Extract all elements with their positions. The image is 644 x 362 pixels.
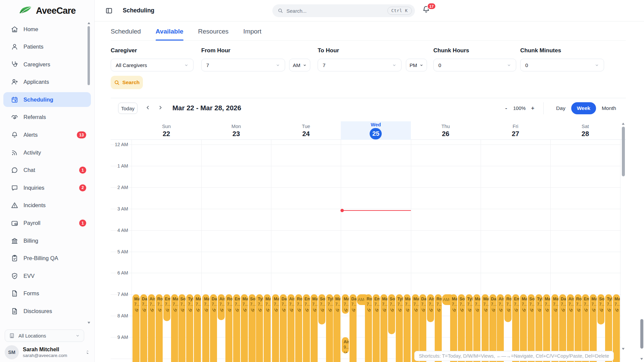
availability-block[interactable]: Ais7...: [148, 294, 155, 362]
tab-import[interactable]: Import: [243, 25, 261, 40]
availability-block[interactable]: Ro7...: [365, 294, 372, 362]
today-button[interactable]: Today: [118, 103, 138, 114]
availability-block[interactable]: Da7...: [140, 294, 147, 362]
availability-block[interactable]: Ro7...: [504, 294, 512, 322]
availability-block[interactable]: Em7...: [233, 294, 240, 362]
sidebar-item-payroll[interactable]: Payroll1: [3, 216, 91, 231]
availability-block[interactable]: Ma7...: [613, 294, 620, 362]
availability-block[interactable]: Ma7...: [171, 294, 178, 362]
sidebar-item-forms[interactable]: Forms: [3, 286, 91, 301]
sidebar-item-scheduling[interactable]: Scheduling: [3, 92, 91, 107]
availability-block[interactable]: Ma7...: [241, 294, 248, 362]
day-column-thu[interactable]: Ma7...Da7...Ais7...Ro7...AM-7Ma7...So7..…: [411, 140, 481, 362]
availability-block[interactable]: Ma7...: [202, 294, 209, 362]
view-button-month[interactable]: Month: [596, 102, 622, 114]
sidebar-item-inquiries[interactable]: Inquiries2: [3, 180, 91, 195]
sidebar-item-evv[interactable]: EVV: [3, 268, 91, 283]
availability-block[interactable]: Em7...: [163, 294, 170, 321]
sidebar-item-billing[interactable]: Billing: [3, 233, 91, 248]
availability-block[interactable]: Ro7...: [225, 294, 232, 362]
sidebar-scroll-up-arrow[interactable]: [88, 22, 90, 24]
availability-block[interactable]: Tyl7...: [326, 294, 333, 362]
day-header-thu[interactable]: Thu26: [411, 121, 481, 140]
notifications-button[interactable]: 17: [422, 5, 433, 17]
availability-block[interactable]: So7...: [597, 294, 604, 324]
zoom-out-button[interactable]: -: [502, 105, 510, 112]
availability-block[interactable]: Ais7...: [218, 294, 225, 320]
day-header-wed[interactable]: Wed25: [341, 121, 411, 140]
search-input[interactable]: Search... Ctrl K: [272, 4, 415, 17]
previous-week-icon[interactable]: [145, 105, 151, 110]
sidebar-toggle-icon[interactable]: [105, 7, 113, 14]
availability-block[interactable]: Tyl7...: [396, 294, 403, 362]
day-column-wed[interactable]: Ma7...Da7...AM-7Ro7...Em7...Ma7...So7...…: [341, 140, 411, 362]
availability-block[interactable]: Ma7...: [264, 294, 271, 362]
day-column-sun[interactable]: Ma7...Da7...Ais7...Ro7...Em7...Ma7...So7…: [131, 140, 201, 362]
availability-block[interactable]: Ma7...: [333, 294, 340, 362]
day-column-mon[interactable]: Ma7...Da7...Ais7...Ro7...Em7...Ma7...So7…: [201, 140, 271, 362]
availability-block[interactable]: So7...: [318, 294, 325, 324]
tab-available[interactable]: Available: [156, 25, 183, 40]
sidebar-item-alerts[interactable]: Alerts13: [3, 128, 91, 142]
search-button[interactable]: Search: [111, 76, 143, 89]
day-column-fri[interactable]: Ma7...Da7...Ais7...Ro7...Em7...Ma7...So7…: [481, 140, 550, 362]
sidebar-item-incidents[interactable]: Incidents: [3, 198, 91, 213]
availability-block[interactable]: Em7...: [303, 294, 310, 362]
availability-block[interactable]: Em7...: [373, 294, 380, 362]
sidebar-scrollbar-thumb[interactable]: [88, 26, 90, 85]
page-scrollbar-thumb[interactable]: [640, 319, 643, 349]
sidebar-item-patients[interactable]: Patients: [3, 40, 91, 54]
availability-block[interactable]: Ais7...: [427, 294, 434, 322]
view-button-day[interactable]: Day: [550, 102, 571, 114]
location-selector[interactable]: All Locations: [5, 329, 84, 342]
user-menu[interactable]: SM Sarah Mitchell sarah@aveecare.com: [5, 345, 91, 359]
availability-block[interactable]: Da7...: [350, 294, 357, 362]
availability-block[interactable]: Ma7...: [132, 294, 140, 362]
from-hour-select[interactable]: 7: [201, 59, 285, 71]
tab-scheduled[interactable]: Scheduled: [111, 25, 141, 40]
availability-block[interactable]: Ais9...: [342, 337, 349, 353]
availability-block[interactable]: Da7...: [280, 294, 287, 362]
availability-block[interactable]: Tyl7...: [256, 294, 263, 362]
day-header-sun[interactable]: Sun22: [131, 121, 201, 140]
sidebar-item-caregivers[interactable]: Caregivers: [3, 57, 91, 72]
view-button-week[interactable]: Week: [571, 102, 596, 114]
sidebar-item-activity[interactable]: Activity: [3, 145, 91, 160]
availability-block[interactable]: Ma7...: [272, 294, 279, 362]
to-hour-select[interactable]: 7: [318, 59, 401, 71]
next-week-icon[interactable]: [158, 105, 163, 110]
day-header-mon[interactable]: Mon23: [201, 121, 271, 140]
availability-block[interactable]: So7...: [388, 294, 395, 334]
day-header-sat[interactable]: Sat28: [550, 121, 620, 140]
calendar-scrollbar-thumb[interactable]: [622, 127, 625, 176]
zoom-in-button[interactable]: +: [529, 105, 537, 112]
day-column-sat[interactable]: Ma7...Da7...Ais7...Ro7...Em7...Ma7...So7…: [550, 140, 620, 362]
availability-block[interactable]: Ro7...: [295, 294, 302, 362]
sidebar-item-home[interactable]: Home: [3, 22, 91, 37]
caregiver-select[interactable]: All Caregivers: [111, 59, 194, 71]
availability-block[interactable]: Ma7...: [194, 294, 201, 362]
chunk-minutes-select[interactable]: 0: [520, 59, 604, 71]
availability-block[interactable]: Ma7...: [311, 294, 318, 362]
tab-resources[interactable]: Resources: [198, 25, 229, 40]
availability-block[interactable]: Ma7...: [404, 294, 411, 362]
availability-block[interactable]: So7...: [249, 294, 256, 362]
sidebar-item-applicants[interactable]: Applicants: [3, 75, 91, 89]
calendar-scroll-up-arrow[interactable]: [622, 123, 625, 125]
availability-block[interactable]: So7...: [178, 294, 185, 362]
availability-block[interactable]: Tyl7...: [186, 294, 193, 362]
day-header-fri[interactable]: Fri27: [481, 121, 550, 140]
availability-block[interactable]: Ais7...: [287, 294, 294, 362]
page-scroll-down-arrow[interactable]: [640, 358, 643, 360]
from-meridiem-select[interactable]: AM: [289, 59, 310, 71]
sidebar-item-disclosures[interactable]: Disclosures: [3, 304, 91, 319]
availability-block[interactable]: Ma7...: [380, 294, 387, 362]
sidebar-item-chat[interactable]: Chat1: [3, 163, 91, 178]
sidebar-item-referrals[interactable]: Referrals: [3, 110, 91, 125]
day-column-tue[interactable]: Ma7...Da7...Ais7...Ro7...Em7...Ma7...So7…: [271, 140, 341, 362]
sidebar-scroll-down-arrow[interactable]: [88, 322, 90, 324]
availability-block[interactable]: Ma7...: [342, 294, 349, 314]
to-meridiem-select[interactable]: PM: [406, 59, 427, 71]
day-header-tue[interactable]: Tue24: [271, 121, 341, 140]
chunk-hours-select[interactable]: 0: [433, 59, 516, 71]
